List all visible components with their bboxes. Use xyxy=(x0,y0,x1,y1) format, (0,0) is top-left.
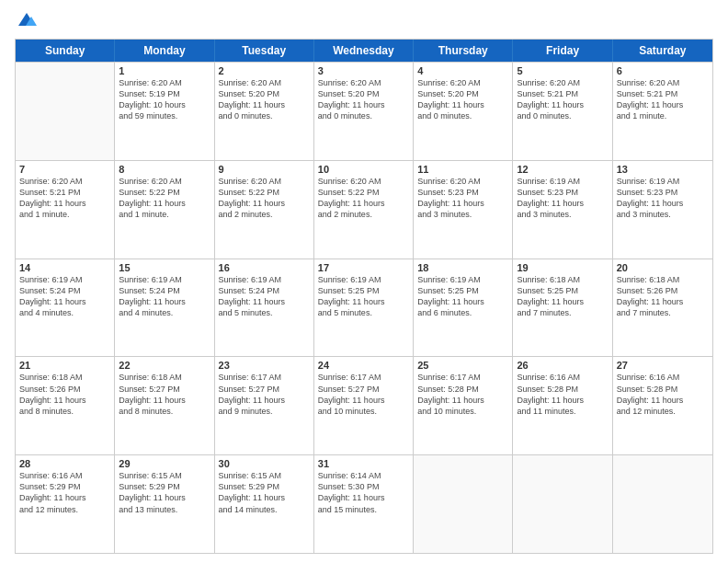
day-number: 27 xyxy=(617,360,709,371)
day-info: Sunrise: 6:20 AM Sunset: 5:19 PM Dayligh… xyxy=(119,77,210,122)
calendar-row: 1Sunrise: 6:20 AM Sunset: 5:19 PM Daylig… xyxy=(16,62,712,160)
day-info: Sunrise: 6:17 AM Sunset: 5:27 PM Dayligh… xyxy=(318,372,409,417)
day-info: Sunrise: 6:18 AM Sunset: 5:26 PM Dayligh… xyxy=(19,372,110,417)
day-info: Sunrise: 6:20 AM Sunset: 5:23 PM Dayligh… xyxy=(417,176,508,221)
calendar-header-cell: Tuesday xyxy=(215,40,314,62)
day-info: Sunrise: 6:18 AM Sunset: 5:27 PM Dayligh… xyxy=(119,372,210,417)
header xyxy=(15,9,713,33)
day-info: Sunrise: 6:19 AM Sunset: 5:25 PM Dayligh… xyxy=(417,274,508,319)
calendar-header-cell: Friday xyxy=(513,40,612,62)
day-number: 19 xyxy=(517,262,608,273)
page: SundayMondayTuesdayWednesdayThursdayFrid… xyxy=(0,0,728,563)
calendar-cell: 2Sunrise: 6:20 AM Sunset: 5:20 PM Daylig… xyxy=(215,63,314,160)
day-info: Sunrise: 6:18 AM Sunset: 5:26 PM Dayligh… xyxy=(617,274,709,319)
calendar-header-cell: Saturday xyxy=(613,40,712,62)
day-info: Sunrise: 6:20 AM Sunset: 5:21 PM Dayligh… xyxy=(517,77,608,122)
calendar-cell: 22Sunrise: 6:18 AM Sunset: 5:27 PM Dayli… xyxy=(115,357,214,454)
calendar-cell: 16Sunrise: 6:19 AM Sunset: 5:24 PM Dayli… xyxy=(215,259,314,357)
day-number: 12 xyxy=(517,164,608,175)
calendar-cell xyxy=(16,63,115,160)
calendar-cell: 9Sunrise: 6:20 AM Sunset: 5:22 PM Daylig… xyxy=(215,161,314,259)
day-number: 15 xyxy=(119,262,210,273)
day-info: Sunrise: 6:15 AM Sunset: 5:29 PM Dayligh… xyxy=(219,470,310,515)
calendar-cell: 4Sunrise: 6:20 AM Sunset: 5:20 PM Daylig… xyxy=(414,63,513,160)
calendar-cell: 3Sunrise: 6:20 AM Sunset: 5:20 PM Daylig… xyxy=(314,63,414,160)
calendar-cell: 18Sunrise: 6:19 AM Sunset: 5:25 PM Dayli… xyxy=(414,259,513,357)
calendar-row: 7Sunrise: 6:20 AM Sunset: 5:21 PM Daylig… xyxy=(16,160,712,259)
day-number: 24 xyxy=(318,360,409,371)
day-number: 23 xyxy=(219,360,310,371)
day-info: Sunrise: 6:17 AM Sunset: 5:27 PM Dayligh… xyxy=(219,372,310,417)
calendar-header-row: SundayMondayTuesdayWednesdayThursdayFrid… xyxy=(16,40,712,62)
day-info: Sunrise: 6:20 AM Sunset: 5:22 PM Dayligh… xyxy=(119,176,210,221)
calendar-header-cell: Sunday xyxy=(16,40,115,62)
calendar-cell: 31Sunrise: 6:14 AM Sunset: 5:30 PM Dayli… xyxy=(314,455,414,553)
calendar-cell: 26Sunrise: 6:16 AM Sunset: 5:28 PM Dayli… xyxy=(513,357,612,454)
calendar-cell: 27Sunrise: 6:16 AM Sunset: 5:28 PM Dayli… xyxy=(613,357,712,454)
calendar: SundayMondayTuesdayWednesdayThursdayFrid… xyxy=(15,39,713,554)
day-number: 17 xyxy=(318,262,409,273)
day-number: 21 xyxy=(19,360,110,371)
day-info: Sunrise: 6:19 AM Sunset: 5:23 PM Dayligh… xyxy=(617,176,709,221)
day-number: 10 xyxy=(318,164,409,175)
day-number: 30 xyxy=(219,458,310,469)
day-number: 22 xyxy=(119,360,210,371)
day-number: 28 xyxy=(19,458,110,469)
calendar-cell: 30Sunrise: 6:15 AM Sunset: 5:29 PM Dayli… xyxy=(215,455,314,553)
day-number: 2 xyxy=(219,65,310,76)
calendar-cell: 25Sunrise: 6:17 AM Sunset: 5:28 PM Dayli… xyxy=(414,357,513,454)
day-number: 1 xyxy=(119,65,210,76)
calendar-cell: 15Sunrise: 6:19 AM Sunset: 5:24 PM Dayli… xyxy=(115,259,214,357)
day-info: Sunrise: 6:20 AM Sunset: 5:20 PM Dayligh… xyxy=(219,77,310,122)
logo xyxy=(15,9,37,33)
day-info: Sunrise: 6:18 AM Sunset: 5:25 PM Dayligh… xyxy=(517,274,608,319)
day-number: 9 xyxy=(219,164,310,175)
day-info: Sunrise: 6:19 AM Sunset: 5:24 PM Dayligh… xyxy=(119,274,210,319)
day-number: 5 xyxy=(517,65,608,76)
day-info: Sunrise: 6:19 AM Sunset: 5:24 PM Dayligh… xyxy=(19,274,110,319)
calendar-cell: 20Sunrise: 6:18 AM Sunset: 5:26 PM Dayli… xyxy=(613,259,712,357)
day-info: Sunrise: 6:19 AM Sunset: 5:23 PM Dayligh… xyxy=(517,176,608,221)
calendar-cell: 5Sunrise: 6:20 AM Sunset: 5:21 PM Daylig… xyxy=(513,63,612,160)
calendar-cell: 29Sunrise: 6:15 AM Sunset: 5:29 PM Dayli… xyxy=(115,455,214,553)
day-number: 13 xyxy=(617,164,709,175)
day-info: Sunrise: 6:15 AM Sunset: 5:29 PM Dayligh… xyxy=(119,470,210,515)
calendar-cell: 12Sunrise: 6:19 AM Sunset: 5:23 PM Dayli… xyxy=(513,161,612,259)
calendar-row: 28Sunrise: 6:16 AM Sunset: 5:29 PM Dayli… xyxy=(16,454,712,553)
day-info: Sunrise: 6:20 AM Sunset: 5:22 PM Dayligh… xyxy=(318,176,409,221)
day-info: Sunrise: 6:14 AM Sunset: 5:30 PM Dayligh… xyxy=(318,470,409,515)
day-info: Sunrise: 6:20 AM Sunset: 5:22 PM Dayligh… xyxy=(219,176,310,221)
day-number: 31 xyxy=(318,458,409,469)
calendar-row: 21Sunrise: 6:18 AM Sunset: 5:26 PM Dayli… xyxy=(16,356,712,454)
calendar-cell: 14Sunrise: 6:19 AM Sunset: 5:24 PM Dayli… xyxy=(16,259,115,357)
logo-icon xyxy=(17,9,37,29)
day-number: 26 xyxy=(517,360,608,371)
day-number: 16 xyxy=(219,262,310,273)
calendar-row: 14Sunrise: 6:19 AM Sunset: 5:24 PM Dayli… xyxy=(16,259,712,357)
day-info: Sunrise: 6:16 AM Sunset: 5:28 PM Dayligh… xyxy=(617,372,709,417)
day-info: Sunrise: 6:19 AM Sunset: 5:25 PM Dayligh… xyxy=(318,274,409,319)
calendar-cell: 1Sunrise: 6:20 AM Sunset: 5:19 PM Daylig… xyxy=(115,63,214,160)
day-info: Sunrise: 6:20 AM Sunset: 5:20 PM Dayligh… xyxy=(417,77,508,122)
calendar-cell: 24Sunrise: 6:17 AM Sunset: 5:27 PM Dayli… xyxy=(314,357,414,454)
day-number: 20 xyxy=(617,262,709,273)
calendar-cell: 21Sunrise: 6:18 AM Sunset: 5:26 PM Dayli… xyxy=(16,357,115,454)
calendar-cell: 7Sunrise: 6:20 AM Sunset: 5:21 PM Daylig… xyxy=(16,161,115,259)
calendar-cell xyxy=(613,455,712,553)
day-number: 11 xyxy=(417,164,508,175)
day-info: Sunrise: 6:19 AM Sunset: 5:24 PM Dayligh… xyxy=(219,274,310,319)
calendar-cell xyxy=(513,455,612,553)
day-info: Sunrise: 6:20 AM Sunset: 5:21 PM Dayligh… xyxy=(19,176,110,221)
day-info: Sunrise: 6:17 AM Sunset: 5:28 PM Dayligh… xyxy=(417,372,508,417)
calendar-cell xyxy=(414,455,513,553)
day-number: 3 xyxy=(318,65,409,76)
day-number: 7 xyxy=(19,164,110,175)
day-number: 8 xyxy=(119,164,210,175)
calendar-header-cell: Wednesday xyxy=(314,40,414,62)
calendar-cell: 17Sunrise: 6:19 AM Sunset: 5:25 PM Dayli… xyxy=(314,259,414,357)
calendar-header-cell: Monday xyxy=(115,40,214,62)
day-number: 25 xyxy=(417,360,508,371)
day-info: Sunrise: 6:16 AM Sunset: 5:29 PM Dayligh… xyxy=(19,470,110,515)
day-info: Sunrise: 6:16 AM Sunset: 5:28 PM Dayligh… xyxy=(517,372,608,417)
day-number: 4 xyxy=(417,65,508,76)
